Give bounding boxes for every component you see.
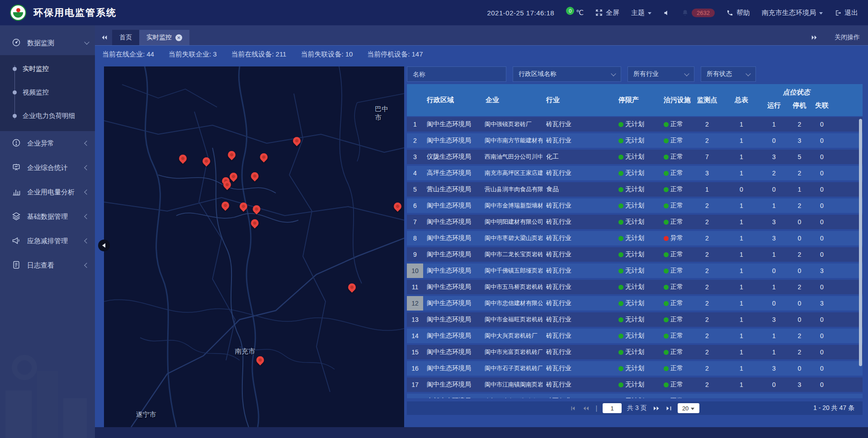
cell-company: 阆中市南方节能建材有 xyxy=(482,137,542,145)
logout-button[interactable]: 退出 xyxy=(835,9,858,17)
table-row-13[interactable]: 13阆中生态环境局阆中市金福旺页岩机砖砖瓦行业无计划正常21300 xyxy=(407,312,863,327)
cell-company: 阆中大兴页岩机砖厂 xyxy=(482,332,542,340)
status-select[interactable]: 所有状态 xyxy=(701,66,756,82)
table-row-4[interactable]: 4高坪生态环境局南充市高坪区王家店建砖瓦行业无计划正常31220 xyxy=(407,166,863,180)
next-page-button[interactable] xyxy=(652,405,660,411)
cell-facility-status: 正常 xyxy=(657,120,691,128)
sidebar-item-1[interactable]: 企业异常 xyxy=(0,131,95,155)
cell-facility-status: 正常 xyxy=(657,218,691,226)
page-size-select[interactable]: 20 xyxy=(678,403,699,413)
table-row-12[interactable]: 12阆中生态环境局阆中市忠信建材有限公砖瓦行业无计划正常21003 xyxy=(407,296,863,311)
facility-status-label: 正常 xyxy=(670,283,683,291)
cell-stop: 2 xyxy=(788,349,811,356)
stat-label: 当前停机设备: xyxy=(367,50,410,58)
limit-status-label: 无计划 xyxy=(625,316,644,324)
cell-points: 7 xyxy=(691,153,723,160)
cell-points: 3 xyxy=(691,170,723,177)
theme-dropdown[interactable]: 主题 xyxy=(631,9,651,17)
tabs-collapse-button[interactable] xyxy=(97,30,112,45)
cell-meter: 1 xyxy=(723,121,760,128)
last-page-button[interactable] xyxy=(665,405,672,411)
first-page-button[interactable] xyxy=(570,405,577,411)
table-row-17[interactable]: 17阆中生态环境局阆中市江南镇阆南页岩砖瓦行业无计划正常21030 xyxy=(407,377,863,392)
name-search-input[interactable] xyxy=(407,66,506,82)
tab-0[interactable]: 首页 xyxy=(112,30,139,45)
help-button[interactable]: 帮助 xyxy=(726,9,750,17)
table-row-6[interactable]: 6阆中生态环境局阆中市金博瑞新型墙材砖瓦行业无计划正常21120 xyxy=(407,198,863,213)
tab-close-icon[interactable]: ✕ xyxy=(175,34,182,41)
sidebar-item-5[interactable]: 应急减排管理 xyxy=(0,229,95,253)
fullscreen-button[interactable]: 全屏 xyxy=(595,9,619,17)
table-row-8[interactable]: 8阆中生态环境局阆中市枣碧大梁山页岩砖瓦行业无计划异常21300 xyxy=(407,231,863,245)
sidebar-subitem-1[interactable]: 视频监控 xyxy=(0,80,95,104)
sidebar-item-2[interactable]: 企业综合统计 xyxy=(0,155,95,180)
table-row-16[interactable]: 16阆中生态环境局阆中市石子页岩机砖厂砖瓦行业无计划正常21300 xyxy=(407,361,863,376)
sidebar-item-label: 企业综合统计 xyxy=(27,164,68,172)
facility-status-label: 正常 xyxy=(670,153,683,161)
col-stop: 停机 xyxy=(788,100,811,116)
cell-meter: 1 xyxy=(723,170,760,177)
sidebar-subitem-0[interactable]: 实时监控 xyxy=(0,57,95,80)
sidebar-subitem-2[interactable]: 企业电力负荷明细 xyxy=(0,104,95,127)
limit-status-label: 无计划 xyxy=(625,364,644,372)
notification-badge[interactable]: 2632 xyxy=(682,9,715,17)
log-icon xyxy=(12,260,22,270)
stat-label: 当前在线设备: xyxy=(231,50,274,58)
cell-points: 2 xyxy=(691,332,723,339)
sidebar-item-4[interactable]: 基础数据管理 xyxy=(0,204,95,229)
cell-industry: 砖瓦行业 xyxy=(542,120,585,128)
table-row-2[interactable]: 2阆中生态环境局阆中市南方节能建材有砖瓦行业无计划正常21030 xyxy=(407,133,863,148)
speaker-toggle[interactable] xyxy=(663,9,670,16)
row-number: 4 xyxy=(407,166,423,180)
scrollbar-thumb[interactable] xyxy=(859,119,862,366)
cell-points: 2 xyxy=(691,300,723,307)
table-row-18[interactable]: 18南部生态环境局南部县建兴页岩砖有限砖瓦行业无计划正常21030 xyxy=(407,394,863,398)
cell-meter: 1 xyxy=(723,332,760,339)
row-number: 17 xyxy=(407,377,423,392)
row-number: 5 xyxy=(407,182,423,197)
table-row-9[interactable]: 9阆中生态环境局阆中市二龙长宝页岩砖砖瓦行业无计划正常21120 xyxy=(407,247,863,262)
stat-item-4: 当前停机设备:147 xyxy=(367,50,423,59)
table-row-15[interactable]: 15阆中生态环境局阆中市光富页岩机砖厂砖瓦行业无计划正常21120 xyxy=(407,345,863,359)
sidebar-item-3[interactable]: 企业用电量分析 xyxy=(0,180,95,204)
cell-run: 0 xyxy=(760,137,788,144)
table-row-14[interactable]: 14阆中生态环境局阆中大兴页岩机砖厂砖瓦行业无计划正常21120 xyxy=(407,329,863,343)
cell-lost: 0 xyxy=(811,186,833,193)
table-row-1[interactable]: 1阆中生态环境局阆中强锐页岩砖厂砖瓦行业无计划正常21120 xyxy=(407,117,863,132)
cell-meter: 1 xyxy=(723,267,760,274)
map-canvas[interactable]: 巴中市南充市遂宁市 xyxy=(104,66,404,427)
limit-status-label: 无计划 xyxy=(625,283,644,291)
status-dot-icon xyxy=(618,285,623,290)
sidebar-item-0[interactable]: 数据监测 xyxy=(0,31,95,55)
cell-company: 阆中市五马桥页岩机砖 xyxy=(482,283,542,291)
col-points: 监测点 xyxy=(691,84,723,116)
region-select[interactable]: 行政区域名称 xyxy=(513,66,621,82)
org-dropdown[interactable]: 南充市生态环境局 xyxy=(762,9,823,17)
map-collapse-handle[interactable] xyxy=(98,240,110,251)
city-label-2: 遂宁市 xyxy=(136,410,156,419)
close-operations-button[interactable]: 关闭操作 xyxy=(835,33,860,42)
cell-limit-status: 无计划 xyxy=(585,381,657,389)
sidebar-item-6[interactable]: 日志查看 xyxy=(0,253,95,278)
tabs-forward-button[interactable] xyxy=(807,30,822,45)
facility-status-label: 正常 xyxy=(670,185,683,193)
cell-region: 阆中生态环境局 xyxy=(423,267,482,275)
cell-run: 3 xyxy=(760,365,788,372)
prev-page-button[interactable] xyxy=(582,405,590,411)
cell-company: 阆中明阳建材有限公司 xyxy=(482,218,542,226)
status-dot-icon xyxy=(618,350,623,355)
phone-icon xyxy=(726,9,733,16)
industry-select[interactable]: 所有行业 xyxy=(627,66,694,82)
table-row-3[interactable]: 3仪陇生态环境局西南油气田分公司川中化工无计划正常71350 xyxy=(407,150,863,164)
cell-points: 2 xyxy=(691,349,723,356)
table-row-11[interactable]: 11阆中生态环境局阆中市五马桥页岩机砖砖瓦行业无计划正常21120 xyxy=(407,280,863,294)
table-row-5[interactable]: 5营山生态环境局营山县润丰肉食品有限食品无计划正常10010 xyxy=(407,182,863,197)
tab-1[interactable]: 实时监控✕ xyxy=(139,30,189,45)
table-row-7[interactable]: 7阆中生态环境局阆中明阳建材有限公司砖瓦行业无计划正常21300 xyxy=(407,215,863,229)
page-number-input[interactable] xyxy=(603,403,622,413)
table-row-10[interactable]: 10阆中生态环境局阆中千佛镇五郎垭页岩砖瓦行业无计划正常21003 xyxy=(407,264,863,278)
chevron-down-icon xyxy=(611,71,616,76)
status-dot-icon xyxy=(618,334,623,339)
limit-status-label: 无计划 xyxy=(625,120,644,128)
chevron-down-icon xyxy=(84,39,89,44)
